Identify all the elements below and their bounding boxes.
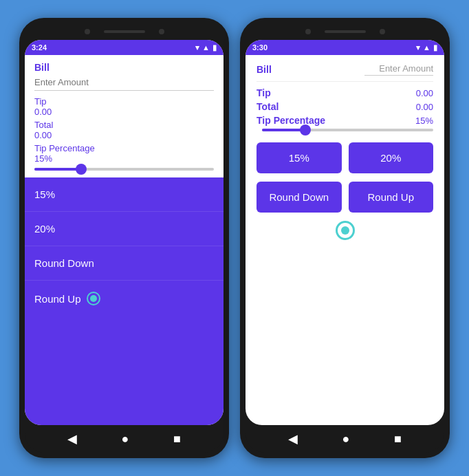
left-status-icons: ▾ ▲ ▮ (195, 43, 217, 52)
right-tip-row: Tip 0.00 (257, 87, 433, 98)
right-total-label: Total (257, 101, 279, 112)
right-bill-label: Bill (257, 64, 272, 75)
right-btn-15[interactable]: 15% (257, 142, 342, 173)
left-camera (85, 29, 90, 34)
right-camera-2 (380, 29, 385, 34)
left-back-btn[interactable]: ◀ (67, 431, 77, 446)
right-total-row: Total 0.00 (257, 101, 433, 112)
left-slider-track (34, 168, 214, 171)
right-wifi-icon: ▾ (416, 43, 420, 52)
left-camera-2 (159, 29, 164, 34)
left-time: 3:24 (32, 43, 47, 52)
left-tip-label: Tip (34, 96, 214, 107)
left-app-content: Bill Tip 0.00 Total 0.00 Tip Percentage … (25, 55, 223, 425)
left-total-value: 0.00 (34, 130, 214, 140)
left-slider[interactable] (34, 168, 214, 171)
left-recent-btn[interactable]: ■ (173, 432, 181, 446)
right-status-icons: ▾ ▲ ▮ (416, 43, 437, 52)
right-form: Bill Enter Amount Tip 0.00 Total 0.00 Ti… (246, 55, 444, 425)
right-tip-label: Tip (257, 87, 271, 98)
right-bill-row: Bill Enter Amount (257, 63, 433, 76)
left-bottom-bar: ◀ ● ■ (25, 425, 223, 453)
right-speaker (325, 30, 366, 33)
right-camera (305, 29, 311, 34)
right-app-content: Bill Enter Amount Tip 0.00 Total 0.00 Ti… (246, 55, 444, 425)
right-radio-inner (341, 226, 349, 235)
wifi-icon: ▾ (195, 43, 199, 52)
right-recent-btn[interactable]: ■ (394, 432, 402, 446)
battery-icon: ▮ (212, 43, 217, 52)
left-speaker (104, 30, 145, 33)
signal-icon: ▲ (202, 43, 210, 52)
right-btn-20[interactable]: 20% (349, 142, 434, 173)
left-phone: 3:24 ▾ ▲ ▮ Bill Tip 0.00 Total 0.00 Tip … (19, 18, 229, 458)
left-dropdown-item-round-up[interactable]: Round Up (25, 281, 223, 316)
right-bill-input-placeholder[interactable]: Enter Amount (364, 63, 433, 76)
right-bottom-bar: ◀ ● ■ (246, 425, 444, 453)
left-dropdown-menu: 15% 20% Round Down Round Up (25, 177, 223, 425)
right-home-btn[interactable]: ● (342, 432, 350, 446)
left-form: Bill Tip 0.00 Total 0.00 Tip Percentage … (25, 55, 223, 177)
left-tip-value: 0.00 (34, 107, 214, 117)
right-phone-top-bar (246, 23, 444, 40)
left-screen: 3:24 ▾ ▲ ▮ Bill Tip 0.00 Total 0.00 Tip … (25, 40, 223, 425)
right-btn-grid-top: 15% 20% (257, 142, 433, 173)
left-status-bar: 3:24 ▾ ▲ ▮ (25, 40, 223, 55)
left-dropdown-item-20[interactable]: 20% (25, 212, 223, 246)
left-slider-thumb[interactable] (76, 164, 87, 175)
left-bill-label: Bill (34, 62, 214, 73)
right-screen: 3:30 ▾ ▲ ▮ Bill Enter Amount Tip 0.00 To… (246, 40, 444, 425)
left-tip-pct-value: 15% (34, 153, 214, 164)
right-btn-round-down[interactable]: Round Down (257, 182, 342, 213)
right-back-btn[interactable]: ◀ (288, 431, 298, 446)
right-btn-round-up[interactable]: Round Up (349, 182, 434, 213)
right-tip-pct-value: 15% (415, 116, 433, 126)
right-phone: 3:30 ▾ ▲ ▮ Bill Enter Amount Tip 0.00 To… (240, 18, 450, 458)
right-radio-circle (336, 221, 355, 240)
right-time: 3:30 (252, 43, 268, 52)
right-slider[interactable] (262, 129, 433, 131)
right-signal-icon: ▲ (423, 43, 430, 52)
left-dropdown-item-15[interactable]: 15% (25, 177, 223, 212)
right-slider-row (257, 129, 433, 131)
right-tip-value: 0.00 (416, 88, 433, 98)
right-status-bar: 3:30 ▾ ▲ ▮ (246, 40, 444, 55)
right-battery-icon: ▮ (433, 43, 437, 52)
right-tip-pct-row: Tip Percentage 15% (257, 115, 433, 126)
right-divider-1 (257, 81, 433, 82)
right-tip-pct-label: Tip Percentage (257, 115, 325, 126)
right-slider-thumb[interactable] (300, 125, 311, 136)
left-bill-input[interactable] (34, 74, 214, 91)
left-radio-inner (90, 295, 97, 302)
right-radio-center (257, 221, 433, 240)
right-btn-grid-bottom: Round Down Round Up (257, 182, 433, 213)
left-dropdown-item-round-down[interactable]: Round Down (25, 246, 223, 281)
right-slider-fill (262, 129, 305, 131)
left-slider-fill (34, 168, 79, 171)
left-home-btn[interactable]: ● (122, 432, 129, 446)
left-radio-circle (87, 292, 100, 305)
left-tip-pct-label: Tip Percentage (34, 143, 214, 153)
left-phone-top-bar (25, 23, 223, 40)
right-total-value: 0.00 (416, 102, 433, 112)
left-total-label: Total (34, 120, 214, 130)
